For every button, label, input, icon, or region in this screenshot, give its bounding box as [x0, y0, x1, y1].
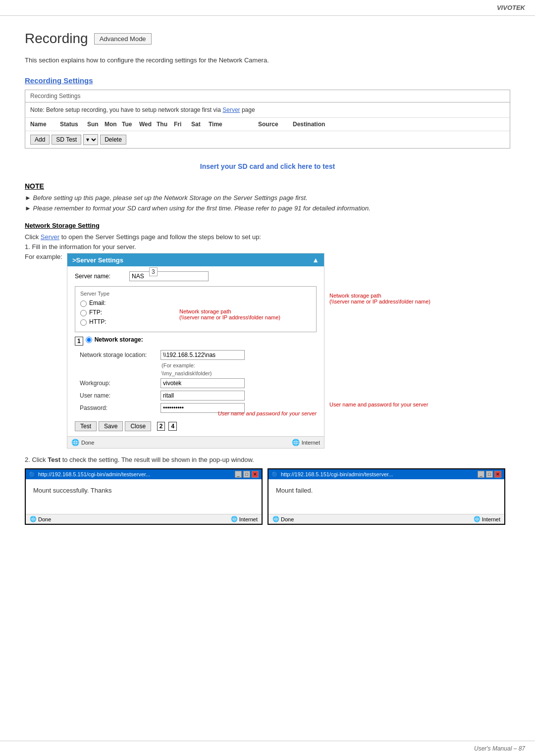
- username-row: User name:: [80, 391, 317, 401]
- note-item-1: Before setting up this page, please set …: [25, 194, 510, 202]
- popup-success-icons: _ □ ✕: [235, 471, 259, 478]
- workgroup-input[interactable]: [160, 378, 245, 388]
- network-storage-label: Network storage:: [95, 336, 143, 343]
- ftp-label: FTP:: [89, 309, 102, 316]
- http-label: HTTP:: [89, 318, 107, 325]
- popup-fail-internet-label: Internet: [482, 516, 500, 522]
- popup-success-icon: 🔵: [29, 471, 36, 478]
- insert-sd-link[interactable]: Insert your SD card and click here to te…: [200, 162, 335, 170]
- http-radio-row: HTTP: Network storage path (\\server nam…: [80, 318, 311, 326]
- popup-fail-icon: 🔵: [271, 471, 278, 478]
- popup-fail-title-bar: 🔵 http://192.168.5.151/cgi-bin/admin/tes…: [268, 469, 504, 479]
- popup-success-maximize[interactable]: □: [243, 471, 250, 478]
- col-thu: Thu: [157, 121, 174, 128]
- network-storage-desc: Click Server to open the Server Settings…: [25, 233, 510, 241]
- server-name-input[interactable]: [129, 271, 209, 281]
- popup-success-internet-label: Internet: [239, 516, 258, 522]
- rs-buttons: Add SD Test ▾ Delete: [25, 131, 510, 148]
- panel-done: 🌐 Done: [71, 439, 94, 446]
- page-footer: User's Manual – 87: [0, 741, 535, 756]
- rs-note-suffix: page: [242, 106, 255, 113]
- popup-success-done-label: Done: [38, 516, 51, 522]
- popup-success-text: Mount successfully. Thanks: [33, 487, 111, 494]
- network-storage-radio-row: Network storage:: [86, 336, 143, 343]
- col-destination: Destination: [293, 121, 337, 128]
- popup-fail-close[interactable]: ✕: [494, 471, 501, 478]
- path-annotation-line1: Network storage path: [179, 308, 280, 314]
- popup-fail-maximize[interactable]: □: [486, 471, 493, 478]
- email-radio[interactable]: [80, 301, 87, 307]
- popup-success-minimize[interactable]: _: [235, 471, 242, 478]
- sd-test-button[interactable]: SD Test: [52, 135, 81, 145]
- page-title: Recording: [25, 31, 88, 47]
- insert-sd-text[interactable]: Insert your SD card and click here to te…: [25, 158, 510, 172]
- popup-success-close[interactable]: ✕: [252, 471, 259, 478]
- done-label: Done: [81, 440, 94, 446]
- col-sat: Sat: [191, 121, 209, 128]
- network-storage-step1: 1. Fill in the information for your serv…: [25, 243, 510, 251]
- net-storage-desc2: to open the Server Settings page and fol…: [61, 233, 261, 241]
- popup-success-title-text: http://192.168.5.151/cgi-bin/admin/tests…: [36, 471, 235, 477]
- add-button[interactable]: Add: [30, 135, 50, 145]
- server-settings-body: Server name: 3 Server Type Email:: [67, 266, 324, 436]
- path-annotation-outside: Network storage path (\\server name or I…: [329, 293, 438, 304]
- close-btn[interactable]: Close: [125, 421, 151, 431]
- password-label: Password:: [80, 404, 157, 411]
- username-annotation-outside: User name and password for your server: [329, 402, 438, 407]
- rs-note-text: Note: Before setup recording, you have t…: [30, 106, 221, 113]
- popup-success: 🔵 http://192.168.5.151/cgi-bin/admin/tes…: [25, 468, 263, 525]
- server-settings-title: >Server Settings: [72, 256, 123, 264]
- server-settings-panel: >Server Settings ▲ Server name: 3: [67, 253, 324, 449]
- main-content: Recording Advanced Mode This section exp…: [0, 16, 535, 545]
- server-link-storage[interactable]: Server: [41, 233, 59, 241]
- step2-pre: 2. Click: [25, 456, 46, 463]
- server-buttons-row: Test Save Close 2 4: [75, 421, 317, 431]
- advanced-mode-button[interactable]: Advanced Mode: [94, 33, 152, 45]
- note-title: NOTE: [25, 182, 510, 190]
- popup-success-body: Mount successfully. Thanks: [26, 479, 262, 514]
- network-storage-section: Network storage location: (For example: …: [75, 350, 317, 413]
- server-name-label: Server name:: [75, 273, 119, 280]
- storage-location-input[interactable]: [160, 350, 245, 360]
- col-wed: Wed: [139, 121, 157, 128]
- internet-label: Internet: [302, 440, 320, 446]
- popup-success-title-bar: 🔵 http://192.168.5.151/cgi-bin/admin/tes…: [26, 469, 262, 479]
- for-example-label: For example:: [25, 253, 67, 449]
- popup-fail-body: Mount failed.: [268, 479, 504, 514]
- network-storage-radio[interactable]: [86, 337, 92, 343]
- save-btn[interactable]: Save: [99, 421, 123, 431]
- intro-text: This section explains how to configure t…: [25, 56, 510, 64]
- username-input[interactable]: [160, 391, 245, 401]
- col-name: Name: [30, 121, 60, 128]
- step2-text: 2. Click Test to check the setting. The …: [25, 456, 510, 463]
- popup-success-footer: 🌐 Done 🌐 Internet: [26, 514, 262, 524]
- popup-fail-icons: _ □ ✕: [478, 471, 501, 478]
- badge-4: 4: [168, 422, 177, 431]
- popup-fail-text: Mount failed.: [276, 487, 313, 494]
- server-link-in-note[interactable]: Server: [222, 106, 240, 113]
- path-annotation: Network storage path (\\server name or I…: [179, 308, 280, 320]
- panel-internet: 🌐 Internet: [292, 439, 320, 446]
- col-source: Source: [258, 121, 293, 128]
- popup-fail-minimize[interactable]: _: [478, 471, 484, 478]
- badge-2: 2: [157, 422, 165, 431]
- delete-button[interactable]: Delete: [100, 135, 126, 145]
- email-label: Email:: [89, 300, 106, 306]
- email-radio-row: Email:: [80, 300, 311, 307]
- panel-bottom-bar: 🌐 Done 🌐 Internet: [67, 436, 324, 448]
- top-bar: VIVOTEK: [0, 0, 535, 16]
- sd-test-select[interactable]: ▾: [83, 134, 98, 145]
- popup-success-done: 🌐 Done: [30, 516, 51, 522]
- server-type-title: Server Type: [80, 291, 311, 297]
- test-btn[interactable]: Test: [75, 421, 97, 431]
- page-title-area: Recording Advanced Mode: [25, 31, 510, 47]
- col-status: Status: [60, 121, 87, 128]
- col-time: Time: [209, 121, 258, 128]
- popup-windows-row: 🔵 http://192.168.5.151/cgi-bin/admin/tes…: [25, 468, 510, 525]
- workgroup-label: Workgroup:: [80, 380, 157, 387]
- scroll-up-icon[interactable]: ▲: [312, 256, 319, 264]
- http-radio[interactable]: [80, 319, 87, 326]
- brand-label: VIVOTEK: [497, 4, 525, 11]
- ftp-radio[interactable]: [80, 310, 87, 316]
- for-example-row: For example: >Server Settings ▲ Server n…: [25, 253, 510, 449]
